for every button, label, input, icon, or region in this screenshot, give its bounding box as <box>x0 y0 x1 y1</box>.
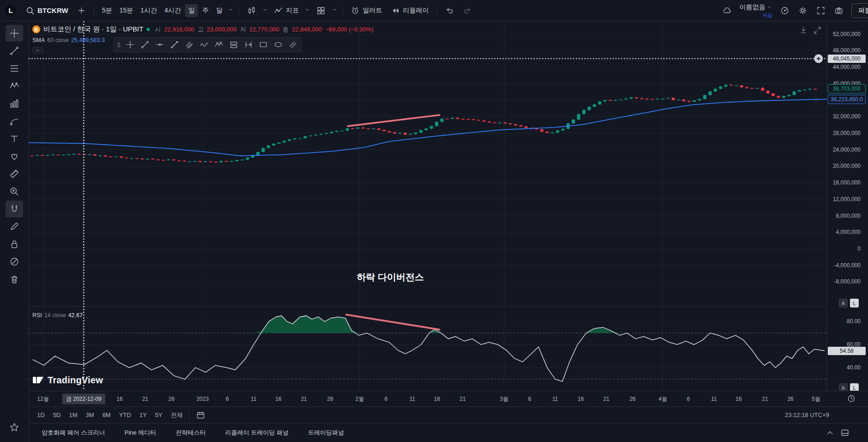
chart-type-dropdown[interactable] <box>261 5 269 16</box>
tool-trend-line-button[interactable] <box>6 43 23 59</box>
range-button-6M[interactable]: 6M <box>98 410 114 420</box>
last-price-label[interactable]: 38,703,000 <box>828 84 866 93</box>
settings-button[interactable] <box>794 3 811 18</box>
range-button-1M[interactable]: 1M <box>65 410 81 420</box>
tool-magnet-button[interactable] <box>6 201 23 217</box>
tool-measure-button[interactable] <box>6 166 23 182</box>
toolbar-drag-handle[interactable] <box>115 39 123 51</box>
go-to-date-button[interactable] <box>192 408 209 423</box>
bottom-tab[interactable]: 전략테스터 <box>176 429 206 437</box>
layout-grid-dropdown[interactable] <box>331 5 338 16</box>
fullscreen-button[interactable] <box>813 3 829 18</box>
user-avatar[interactable]: L <box>4 4 18 18</box>
drawing-tool-wave-button[interactable] <box>197 38 211 51</box>
indicators-dropdown[interactable] <box>304 5 311 16</box>
undo-button[interactable] <box>441 3 458 18</box>
tool-emoji-button[interactable] <box>6 148 23 165</box>
range-button-5Y[interactable]: 5Y <box>151 410 166 420</box>
drawing-tool-pitchfork-button[interactable] <box>182 38 197 51</box>
rsi-value-label[interactable]: 54.58 <box>828 347 866 355</box>
rsi-tick-label: 40.00 <box>847 364 861 371</box>
main-pane-L-button[interactable]: L <box>850 299 859 307</box>
save-button[interactable]: 저장 <box>761 12 774 19</box>
tool-forecast-button[interactable] <box>6 95 23 112</box>
drawing-tools-sidebar <box>0 21 29 442</box>
tool-drawing-mode-button[interactable] <box>6 218 23 235</box>
sma-price-label[interactable]: 36,223,450.0 <box>828 95 866 104</box>
compare-add-button[interactable] <box>73 3 90 18</box>
sma-params: 60 close <box>47 37 69 43</box>
interval-button-15분[interactable]: 15분 <box>116 4 136 17</box>
alert-button[interactable]: 얼러트 <box>347 3 386 18</box>
arrow-down-to-bar-icon <box>799 26 808 35</box>
interval-button-달[interactable]: 달 <box>213 4 226 17</box>
tool-crosshair-button[interactable] <box>6 25 23 42</box>
layout-name-button[interactable]: 이름없음 <box>738 2 774 12</box>
tool-zoom-button[interactable] <box>6 183 23 200</box>
divergence-annotation[interactable]: 하락 다이버전스 <box>357 271 424 283</box>
screenshot-button[interactable] <box>831 3 847 18</box>
layout-grid-button[interactable] <box>313 3 329 18</box>
range-button-전체[interactable]: 전체 <box>167 409 186 421</box>
range-button-1Y[interactable]: 1Y <box>135 410 150 420</box>
drawing-tool-trend-line-button[interactable] <box>137 38 152 51</box>
tool-text-button[interactable] <box>6 130 23 147</box>
drawing-tool-channel-button[interactable] <box>285 38 300 51</box>
tool-fib-button[interactable] <box>6 60 23 77</box>
favorites-star-button[interactable] <box>6 419 23 436</box>
bottom-tab[interactable]: 트레이딩패널 <box>308 429 344 437</box>
tool-trash-button[interactable] <box>6 271 23 288</box>
drawing-tool-info-line-button[interactable] <box>167 38 182 51</box>
time-tick-label: 5월 <box>812 395 820 403</box>
timezone-clock-icon[interactable] <box>847 394 856 403</box>
time-axis[interactable]: 12월금 2022-12-0916212620236111621262월6111… <box>29 391 868 406</box>
rsi-legend[interactable]: RSI 14 close 42.67 <box>32 312 83 319</box>
interval-dropdown[interactable] <box>227 5 234 16</box>
indicators-button[interactable]: 지표 <box>270 3 302 18</box>
panel-layout-icon[interactable] <box>840 428 850 437</box>
interval-button-4시간[interactable]: 4시간 <box>161 4 185 17</box>
drawing-tool-rectangle-button[interactable] <box>256 38 271 51</box>
chart-type-button[interactable] <box>243 3 260 18</box>
drawing-tool-ellipse-button[interactable] <box>271 38 285 51</box>
interval-button-일[interactable]: 일 <box>185 4 198 17</box>
drawing-tool-long-position-button[interactable] <box>226 38 241 51</box>
bottom-tab[interactable]: 암호화폐 페어 스크리너 <box>42 429 105 437</box>
ohlc-label: 종 <box>283 25 289 34</box>
expand-panel-chevron-icon[interactable] <box>825 428 835 437</box>
drawing-tool-date-range-button[interactable] <box>241 38 256 51</box>
range-button-YTD[interactable]: YTD <box>115 410 135 420</box>
quick-search-button[interactable] <box>776 3 793 18</box>
alert-price-label[interactable]: 46,045,000 <box>828 55 866 63</box>
symbol-search-button[interactable]: BTCKRW <box>22 3 72 18</box>
range-button-5D[interactable]: 5D <box>49 410 65 420</box>
publish-button[interactable]: 퍼블리시 <box>851 3 868 18</box>
interval-button-주[interactable]: 주 <box>199 4 212 17</box>
maximize-pane-button[interactable] <box>811 24 823 36</box>
cloud-save-button[interactable] <box>719 3 735 18</box>
drawing-tool-pattern-button[interactable] <box>211 38 226 51</box>
time-tick-label: 26 <box>327 396 333 402</box>
top-toolbar: L BTCKRW 5분15분1시간4시간일주달 지표 얼러트 리플레이 <box>0 0 868 21</box>
replay-button[interactable]: 리플레이 <box>387 3 432 18</box>
tool-lock-button[interactable] <box>6 236 23 252</box>
bottom-tab[interactable]: 리플레이 트레이딩 패널 <box>225 429 289 437</box>
redo-button[interactable] <box>459 3 476 18</box>
range-button-1D[interactable]: 1D <box>33 410 49 420</box>
main-pane-A-button[interactable]: A <box>839 299 848 307</box>
bottom-tab[interactable]: Pine 에디터 <box>124 429 156 437</box>
tool-pattern-button[interactable] <box>6 78 23 94</box>
symbol-title[interactable]: 비트코인 / 한국 원 · 1일 · UPBIT <box>43 25 143 34</box>
interval-button-5분[interactable]: 5분 <box>98 4 115 17</box>
price-axis[interactable]: 52,000,00048,000,00044,000,00040,000,000… <box>826 21 868 391</box>
tool-hide-button[interactable] <box>6 253 23 270</box>
scroll-to-recent-button[interactable] <box>797 24 809 36</box>
tool-brush-button[interactable] <box>6 113 23 129</box>
drawing-tool-crosshair-button[interactable] <box>123 38 137 51</box>
clock-utc[interactable]: 23:12:18 UTC+9 <box>785 411 829 418</box>
candlestick-chart[interactable] <box>29 21 826 391</box>
drawing-tool-horizontal-line-button[interactable] <box>152 38 167 51</box>
legend-collapse-button[interactable] <box>32 47 43 54</box>
range-button-3M[interactable]: 3M <box>82 410 98 420</box>
interval-button-1시간[interactable]: 1시간 <box>137 4 160 17</box>
